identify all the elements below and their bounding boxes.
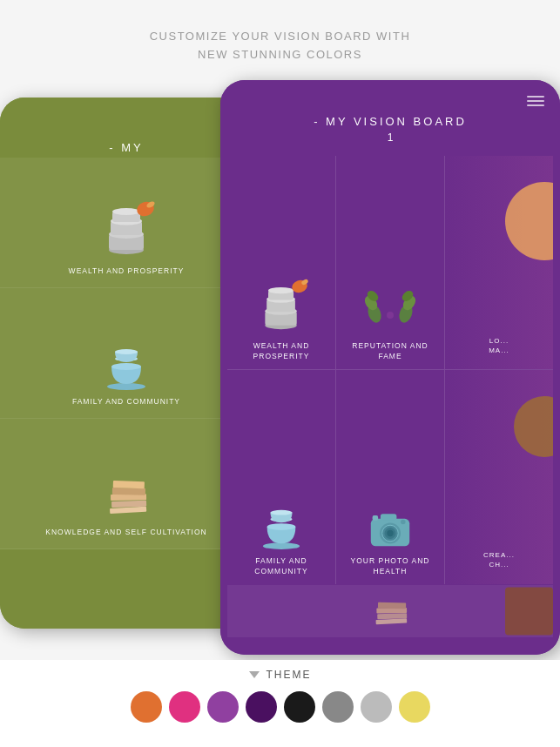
left-cell-wealth[interactable]: WEALTH AND PROSPERITY [0,158,253,288]
right-cell-creative[interactable]: CREA...CH... [445,370,553,584]
left-wealth-label: WEALTH AND PROSPERITY [69,266,185,277]
svg-point-35 [387,312,394,319]
right-cell-reputation[interactable]: REPUTATION AND FAME [336,156,444,370]
right-cell-wealth[interactable]: WEALTH AND PROSPERITY [227,156,335,370]
left-cell-knowledge[interactable]: KNOWLEDGE AND SELF CULTIVATION [0,419,253,549]
devices-area: - MY [0,80,560,672]
svg-rect-17 [111,488,145,495]
left-knowledge-label: KNOWLEDGE AND SELF CULTIVATION [45,528,206,538]
right-reputation-label: REPUTATION AND FAME [340,341,441,362]
svg-point-37 [267,523,296,530]
theme-bar-header: THEME [249,669,312,681]
right-cell-photo-health[interactable]: YOUR PHOTO AND HEALTH [336,370,444,584]
svg-rect-51 [378,602,406,608]
svg-point-13 [115,349,138,354]
right-cell-love[interactable]: LO...MA... [445,156,553,370]
right-family-label: FAMILY AND COMMUNITY [231,556,332,577]
swatch-orange[interactable] [131,691,162,723]
bird-deco-right-icon [287,275,312,298]
camera-icon [366,506,415,549]
right-cell-family[interactable]: FAMILY AND COMMUNITY [227,370,335,584]
svg-point-47 [401,520,406,525]
svg-point-44 [387,530,393,536]
menu-button[interactable] [527,96,544,106]
left-cell-family[interactable]: FAMILY AND COMMUNITY [0,288,253,419]
left-board-title: - MY [0,141,253,154]
cups-icon [101,345,152,390]
laurel-icon [364,289,416,334]
device-right: - MY VISION BOARD 1 [220,80,560,655]
swatch-gray-medium[interactable] [322,691,354,723]
theme-triangle-icon [249,671,260,678]
right-board-number: 1 [220,131,560,144]
svg-rect-46 [373,515,378,521]
svg-point-11 [111,363,141,370]
svg-point-39 [271,510,293,515]
cups-right-icon [257,506,306,549]
swatch-purple-dark[interactable] [246,691,277,723]
swatch-pink[interactable] [169,691,200,723]
right-photo-label: YOUR PHOTO AND HEALTH [340,556,441,577]
theme-bar: THEME [0,660,560,747]
right-board-title: - MY VISION BOARD [220,115,560,128]
books-icon [103,475,151,521]
svg-point-36 [263,542,300,549]
svg-rect-49 [377,613,407,619]
left-grid: WEALTH AND PROSPERITY [0,158,253,549]
theme-label: THEME [267,669,312,681]
device-left: - MY [0,98,253,629]
svg-rect-45 [381,514,397,520]
svg-point-10 [107,383,145,390]
svg-rect-48 [376,618,408,624]
header-text: CUSTOMIZE YOUR VISION BOARD WITH NEW STU… [0,0,560,80]
left-family-label: FAMILY AND COMMUNITY [72,397,180,407]
svg-rect-18 [112,481,144,488]
svg-rect-15 [111,500,146,507]
right-bottom-row [227,585,553,637]
swatch-purple-light[interactable] [207,691,239,723]
swatch-yellow[interactable] [399,691,430,723]
right-wealth-label: WEALTH AND PROSPERITY [231,341,332,362]
svg-rect-14 [110,507,146,514]
swatch-gray-light[interactable] [361,691,392,723]
books-bottom-icon [369,592,411,630]
right-love-label: LO...MA... [489,336,509,362]
swatch-black[interactable] [284,691,315,723]
bird-decoration-icon [132,196,159,222]
color-swatches [131,691,430,723]
right-creative-label: CREA...CH... [483,550,515,576]
